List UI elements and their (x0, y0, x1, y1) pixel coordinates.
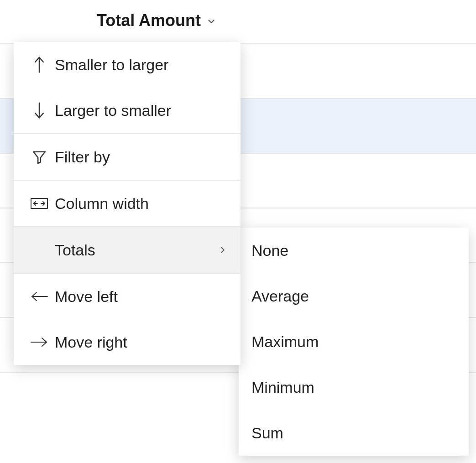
chevron-down-icon (205, 16, 217, 27)
column-width-icon (26, 197, 52, 210)
column-title-label: Total Amount (97, 11, 201, 30)
submenu-item-label: Sum (251, 424, 283, 442)
submenu-item-minimum[interactable]: Minimum (239, 364, 469, 410)
submenu-item-label: Average (251, 287, 309, 305)
menu-item-label: Larger to smaller (55, 102, 228, 120)
column-menu: Smaller to larger Larger to smaller Filt… (14, 42, 241, 365)
filter-icon (26, 149, 52, 165)
arrow-up-icon (26, 56, 52, 73)
menu-item-label: Move right (55, 333, 228, 351)
submenu-item-label: None (251, 242, 288, 260)
menu-item-label: Column width (55, 195, 228, 213)
svg-marker-2 (33, 152, 45, 164)
submenu-item-sum[interactable]: Sum (239, 410, 469, 456)
menu-item-totals[interactable]: Totals (14, 227, 241, 273)
column-header-total-amount[interactable]: Total Amount (97, 11, 217, 30)
menu-item-filter[interactable]: Filter by (14, 134, 241, 180)
menu-item-move-right[interactable]: Move right (14, 319, 241, 365)
submenu-item-label: Minimum (251, 379, 314, 396)
submenu-item-none[interactable]: None (239, 228, 469, 273)
menu-item-label: Smaller to larger (55, 56, 228, 74)
menu-item-sort-descending[interactable]: Larger to smaller (14, 88, 241, 133)
menu-item-sort-ascending[interactable]: Smaller to larger (14, 42, 241, 88)
arrow-left-icon (26, 290, 52, 303)
menu-item-label: Move left (55, 288, 228, 306)
menu-item-label: Totals (55, 241, 209, 259)
submenu-item-average[interactable]: Average (239, 273, 469, 319)
arrow-right-icon (26, 335, 52, 349)
submenu-item-maximum[interactable]: Maximum (239, 319, 469, 364)
menu-item-label: Filter by (55, 148, 228, 166)
chevron-right-icon (209, 244, 228, 256)
menu-item-move-left[interactable]: Move left (14, 274, 241, 319)
arrow-down-icon (26, 102, 52, 119)
submenu-item-label: Maximum (251, 333, 319, 351)
totals-submenu: None Average Maximum Minimum Sum (239, 228, 469, 456)
menu-item-column-width[interactable]: Column width (14, 181, 241, 226)
